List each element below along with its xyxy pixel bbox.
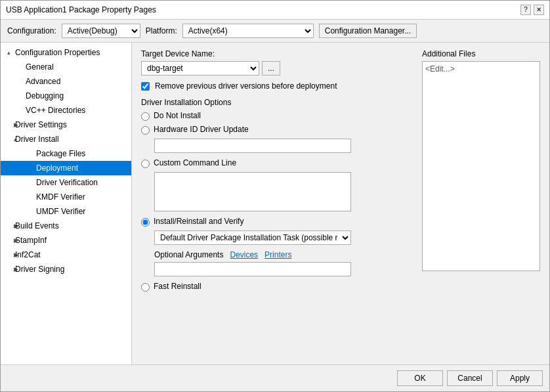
target-device-row: dbg-target ... xyxy=(141,61,414,76)
sidebar-item-driver-settings[interactable]: ▶ Driver Settings xyxy=(1,118,131,132)
radio-install-reinstall-label: Install/Reinstall and Verify xyxy=(154,217,243,226)
sidebar-item-label: UMDF Verifier xyxy=(35,206,87,217)
title-bar-controls: ? ✕ xyxy=(520,5,544,15)
sidebar-item-vc-directories[interactable]: VC++ Directories xyxy=(1,103,131,118)
sidebar-item-label: StampInf xyxy=(14,235,48,246)
radio-install-reinstall: Install/Reinstall and Verify xyxy=(141,217,414,227)
radio-custom-cmd-input[interactable] xyxy=(141,160,150,168)
toggle-icon: ▶ xyxy=(3,251,14,258)
footer: OK Cancel Apply xyxy=(1,364,549,391)
radio-hardware-id-label: Hardware ID Driver Update xyxy=(154,125,249,134)
apply-button[interactable]: Apply xyxy=(497,370,543,386)
sidebar-item-deployment[interactable]: Deployment xyxy=(1,161,131,175)
radio-custom-cmd-label: Custom Command Line xyxy=(154,158,236,167)
toggle-icon: ▶ xyxy=(3,223,14,229)
toggle-icon: ▴ xyxy=(3,49,14,56)
sidebar-item-label: VC++ Directories xyxy=(24,105,87,116)
radio-hardware-id-input[interactable] xyxy=(141,126,150,135)
toggle-icon: ▶ xyxy=(3,237,14,244)
target-device-label: Target Device Name: xyxy=(141,49,414,58)
browse-button[interactable]: ... xyxy=(262,61,280,76)
sidebar-item-driver-signing[interactable]: ▶ Driver Signing xyxy=(1,262,131,276)
radio-do-not-install-label: Do Not Install xyxy=(154,111,201,120)
sidebar-item-build-events[interactable]: ▶ Build Events xyxy=(1,219,131,233)
sidebar-item-inf2cat[interactable]: ▶ Inf2Cat xyxy=(1,248,131,262)
additional-files-placeholder: <Edit...> xyxy=(425,64,455,74)
remove-prev-row: Remove previous driver versions before d… xyxy=(141,81,414,91)
sidebar-item-label: KMDF Verifier xyxy=(35,192,87,202)
sidebar-item-label: Inf2Cat xyxy=(14,250,42,260)
remove-prev-label: Remove previous driver versions before d… xyxy=(154,81,338,91)
radio-custom-cmd: Custom Command Line xyxy=(141,158,414,168)
ok-button[interactable]: OK xyxy=(397,370,443,386)
platform-select[interactable]: Active(x64) xyxy=(182,24,314,38)
additional-files-box[interactable]: <Edit...> xyxy=(422,61,540,271)
config-bar: Configuration: Active(Debug) Platform: A… xyxy=(1,20,549,43)
close-button[interactable]: ✕ xyxy=(534,5,544,15)
right-column: Additional Files <Edit...> xyxy=(422,49,540,295)
sidebar-item-driver-verification[interactable]: Driver Verification xyxy=(1,175,131,190)
radio-install-reinstall-input[interactable] xyxy=(141,218,150,227)
help-button[interactable]: ? xyxy=(520,5,531,15)
install-task-select[interactable]: Default Driver Package Installation Task… xyxy=(154,230,351,245)
optional-args-row: Optional Arguments Devices Printers xyxy=(154,250,414,259)
optional-args-input[interactable] xyxy=(154,262,351,276)
sidebar: ▴ Configuration Properties General Advan… xyxy=(1,43,132,364)
sidebar-item-label: Driver Signing xyxy=(14,264,66,274)
remove-prev-checkbox[interactable] xyxy=(141,82,150,91)
sidebar-item-label: Driver Verification xyxy=(35,177,99,188)
sidebar-item-label: Driver Install xyxy=(14,134,60,144)
sidebar-item-umdf-verifier[interactable]: UMDF Verifier xyxy=(1,204,131,219)
cancel-button[interactable]: Cancel xyxy=(447,370,493,386)
sidebar-item-label: Driver Settings xyxy=(14,120,68,130)
sidebar-item-label: Package Files xyxy=(35,148,87,159)
config-manager-button[interactable]: Configuration Manager... xyxy=(319,24,417,38)
sidebar-item-label: General xyxy=(24,62,55,72)
printers-link[interactable]: Printers xyxy=(264,250,291,259)
two-column-layout: Target Device Name: dbg-target ... Remov… xyxy=(141,49,540,295)
devices-link[interactable]: Devices xyxy=(230,250,258,259)
custom-cmd-textarea[interactable] xyxy=(154,172,351,211)
radio-fast-reinstall-label: Fast Reinstall xyxy=(154,282,201,291)
driver-install-group-label: Driver Installation Options xyxy=(141,98,414,107)
sidebar-item-label: Debugging xyxy=(24,91,65,101)
sidebar-item-driver-install[interactable]: ▴ Driver Install xyxy=(1,132,131,146)
sidebar-item-label: Build Events xyxy=(14,221,60,231)
dialog-title: USB Application1 Package Property Pages xyxy=(6,5,156,14)
hardware-id-input[interactable] xyxy=(154,139,351,153)
optional-args-label: Optional Arguments xyxy=(154,250,223,259)
sidebar-item-stampinf[interactable]: ▶ StampInf xyxy=(1,233,131,248)
radio-hardware-id: Hardware ID Driver Update xyxy=(141,125,414,135)
toggle-icon: ▶ xyxy=(3,121,14,128)
toggle-icon: ▴ xyxy=(3,136,14,142)
radio-fast-reinstall: Fast Reinstall xyxy=(141,282,414,292)
sidebar-item-label: Deployment xyxy=(35,163,79,173)
sidebar-item-package-files[interactable]: Package Files xyxy=(1,146,131,161)
sidebar-item-general[interactable]: General xyxy=(1,60,131,74)
title-bar: USB Application1 Package Property Pages … xyxy=(1,1,549,20)
sidebar-item-configuration-properties[interactable]: ▴ Configuration Properties xyxy=(1,45,131,60)
sidebar-item-label: Configuration Properties xyxy=(14,47,101,58)
left-column: Target Device Name: dbg-target ... Remov… xyxy=(141,49,414,295)
config-label: Configuration: xyxy=(7,26,56,35)
additional-files-label: Additional Files xyxy=(422,49,540,58)
config-select[interactable]: Active(Debug) xyxy=(62,24,140,38)
sidebar-item-debugging[interactable]: Debugging xyxy=(1,89,131,103)
platform-label: Platform: xyxy=(146,26,177,35)
toggle-icon: ▶ xyxy=(3,266,14,272)
dialog: USB Application1 Package Property Pages … xyxy=(0,0,550,392)
radio-fast-reinstall-input[interactable] xyxy=(141,283,150,292)
radio-do-not-install: Do Not Install xyxy=(141,111,414,121)
target-device-select[interactable]: dbg-target xyxy=(141,61,259,76)
radio-do-not-install-input[interactable] xyxy=(141,112,150,121)
sidebar-item-kmdf-verifier[interactable]: KMDF Verifier xyxy=(1,190,131,204)
right-panel: Target Device Name: dbg-target ... Remov… xyxy=(132,43,549,364)
main-content: ▴ Configuration Properties General Advan… xyxy=(1,43,549,364)
sidebar-item-advanced[interactable]: Advanced xyxy=(1,74,131,89)
sidebar-item-label: Advanced xyxy=(24,76,62,87)
